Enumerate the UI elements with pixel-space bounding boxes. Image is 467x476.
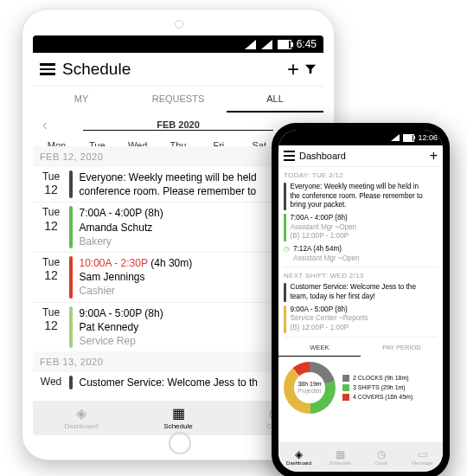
tablet-top-bar: Schedule + (33, 53, 323, 87)
nav-clock[interactable]: ◷Clock (361, 442, 402, 472)
entry-date: Wed (33, 376, 69, 389)
entry-color-bar (69, 256, 73, 299)
battery-icon (403, 134, 414, 142)
calendar-icon: ▦ (172, 407, 185, 421)
add-button[interactable]: + (287, 57, 299, 81)
summary-tabs: WEEK PAY PERIOD (278, 339, 443, 357)
entry-color-bar (284, 306, 286, 333)
hours-chart: 38h 19m Projected 2 CLOCKS (9h 18m) 3 SH… (278, 357, 443, 419)
add-button[interactable]: + (430, 148, 438, 164)
nav-dashboard[interactable]: ◈Dashboard (278, 442, 320, 472)
message-icon: ▭ (418, 449, 427, 460)
clockin-time: 7:12A (4h 54m) (293, 245, 360, 254)
phone-top-bar: Dashboard + (278, 145, 443, 167)
status-time: 6:45 (297, 38, 317, 50)
donut-center-value: 38h 19m (297, 381, 321, 388)
entry-role: Assistant Mgr ~Open (291, 223, 438, 233)
list-item-clockin[interactable]: ◷ 7:12A (4h 54m) Assistant Mgr ~Open (284, 245, 438, 263)
legend-swatch (342, 375, 349, 382)
phone-notch (330, 130, 391, 142)
entry-color-bar (69, 170, 73, 198)
schedule-tabs: MY REQUESTS ALL (33, 87, 323, 113)
donut-center-label: Projected (297, 388, 321, 394)
tab-my[interactable]: MY (33, 87, 130, 113)
divider (284, 337, 438, 338)
today-label: TODAY: TUE 2/12 (284, 167, 438, 181)
tab-week[interactable]: WEEK (278, 339, 361, 357)
signal-icon (391, 134, 400, 141)
page-title: Dashboard (299, 151, 430, 161)
clock-icon: ◷ (377, 449, 386, 460)
nav-schedule[interactable]: ▦Schedule (130, 401, 227, 435)
entry-time: 7:00A - 4:00P (8h) (291, 214, 438, 223)
list-item-shift[interactable]: 7:00A - 4:00P (8h) Assistant Mgr ~Open (… (284, 214, 438, 241)
battery-icon (278, 40, 291, 49)
entry-break: (B) 12:00P - 1:00P (291, 232, 438, 241)
month-label[interactable]: FEB 2020 (83, 119, 273, 131)
calendar-icon: ▦ (336, 449, 345, 460)
phone-device: 12:06 Dashboard + TODAY: TUE 2/12 Everyo… (272, 123, 450, 476)
legend-item: 2 CLOCKS (9h 18m) (342, 375, 438, 382)
dashboard-icon: ◈ (295, 449, 303, 460)
list-item-note[interactable]: Everyone: Weekly meeting will be held in… (284, 183, 438, 210)
entry-date: Tue12 (33, 206, 69, 248)
nav-schedule[interactable]: ▦Schedule (320, 442, 361, 472)
filter-icon[interactable] (304, 63, 317, 75)
legend-item: 4 COVERS (10h 45m) (342, 394, 438, 401)
menu-icon[interactable] (40, 63, 55, 75)
entry-date: Tue12 (33, 306, 69, 349)
donut-chart: 38h 19m Projected (284, 362, 336, 414)
clock-icon: ◷ (284, 245, 290, 263)
list-item-note[interactable]: Customer Service: Welcome Jess to the te… (284, 283, 438, 301)
tablet-home-button[interactable] (169, 432, 191, 454)
entry-date: Tue12 (33, 256, 69, 299)
dashboard-icon: ◈ (76, 407, 86, 421)
prev-month-button[interactable]: ‹ (33, 116, 57, 134)
tab-requests[interactable]: REQUESTS (130, 87, 227, 113)
clockin-role: Assistant Mgr ~Open (293, 254, 360, 264)
entry-color-bar (284, 183, 286, 210)
legend-swatch (342, 394, 349, 401)
nav-message[interactable]: ▭Message (402, 442, 444, 472)
entry-time: 9:00A - 5:00P (8h) (291, 306, 438, 315)
chart-legend: 2 CLOCKS (9h 18m) 3 SHIFTS (29h 1m) 4 CO… (342, 372, 438, 403)
tab-pay-period[interactable]: PAY PERIOD (361, 339, 443, 357)
entry-color-bar (284, 214, 286, 241)
entry-color-bar (284, 283, 286, 301)
entry-break: (B) 12:00P - 1:00P (291, 324, 438, 333)
status-time: 12:06 (418, 133, 438, 142)
entry-color-bar (69, 376, 73, 389)
tablet-camera (175, 20, 183, 29)
legend-item: 3 SHIFTS (29h 1m) (342, 384, 438, 391)
list-item-shift[interactable]: 9:00A - 5:00P (8h) Service Center ~Repor… (284, 306, 438, 333)
tablet-status-bar: 6:45 (33, 35, 323, 53)
phone-bottom-nav: ◈Dashboard ▦Schedule ◷Clock ▭Message (278, 442, 443, 472)
entry-role: Service Center ~Reports (291, 314, 438, 324)
legend-swatch (342, 384, 349, 391)
tab-all[interactable]: ALL (227, 87, 323, 113)
entry-color-bar (69, 206, 73, 248)
signal-icon (245, 40, 256, 49)
menu-icon[interactable] (284, 151, 295, 161)
wifi-icon (261, 40, 272, 49)
page-title: Schedule (62, 60, 287, 79)
nav-dashboard[interactable]: ◈Dashboard (33, 401, 130, 435)
next-shift-label: NEXT SHIFT: WED 2/13 (284, 267, 438, 281)
entry-date: Tue12 (33, 170, 69, 198)
entry-color-bar (69, 306, 73, 349)
